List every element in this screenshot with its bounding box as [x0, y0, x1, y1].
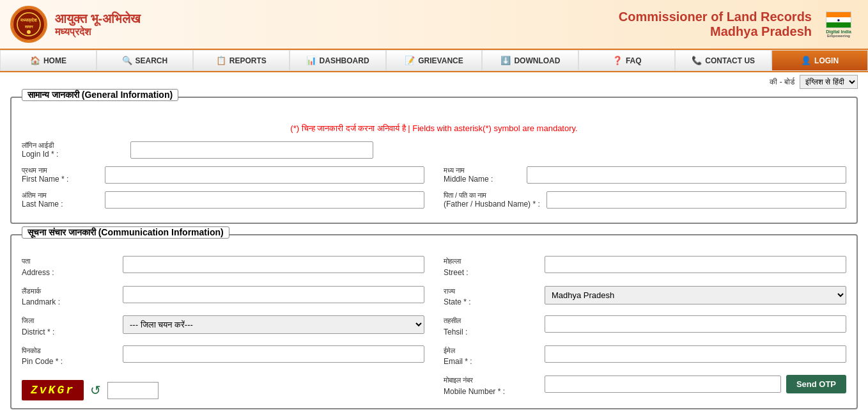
nav-search[interactable]: 🔍 SEARCH — [97, 50, 193, 71]
first-name-label: प्रथम नाम First Name * : — [22, 166, 98, 184]
captcha-row: ZvKGr ↺ — [22, 380, 424, 400]
email-input[interactable] — [545, 345, 846, 363]
login-id-row: लॉगिन आईडी Login Id * : — [22, 141, 846, 159]
otp-row: Send OTP — [545, 375, 846, 393]
commissioner-line2: Madhya Pradesh — [619, 24, 812, 39]
tehsil-input[interactable] — [545, 315, 846, 333]
pincode-field: पिनकोड Pin Code * : — [22, 345, 424, 368]
header: मध्यप्रदेश शासन आयुक्त भू-अभिलेख मध्यप्र… — [0, 0, 868, 50]
download-icon: ⬇️ — [500, 56, 511, 65]
nav-reports[interactable]: 📋 REPORTS — [193, 50, 290, 71]
middle-name-label: मध्य नाम Middle Name : — [444, 166, 520, 184]
state-select[interactable]: Madhya Pradesh — [545, 286, 846, 304]
street-field: मोहल्ला Street : — [444, 256, 846, 278]
login-icon: 👤 — [801, 56, 811, 65]
street-input[interactable] — [545, 256, 846, 273]
header-logo: मध्यप्रदेश शासन — [10, 6, 47, 43]
captcha-refresh-icon[interactable]: ↺ — [90, 383, 101, 398]
tehsil-label: तहसील Tehsil : — [444, 315, 539, 338]
svg-point-4 — [27, 30, 31, 34]
captcha-input[interactable] — [107, 382, 159, 399]
email-input-wrap — [545, 345, 846, 363]
street-label: मोहल्ला Street : — [444, 256, 539, 278]
header-title-sub: मध्यप्रदेश — [55, 26, 141, 38]
general-section-content: (*) चिन्ह जानकारी दर्ज करना अनिवार्य है … — [22, 106, 846, 209]
nav-dashboard[interactable]: 📊 DASHBOARD — [290, 50, 386, 71]
digital-india-logo: Digital India Empowering — [819, 5, 858, 43]
last-name-english: Last Name : — [22, 200, 98, 209]
district-field: जिला District * : --- जिला चयन करें--- — [22, 315, 424, 338]
home-icon: 🏠 — [30, 56, 40, 65]
address-field: पता Address : — [22, 256, 424, 278]
street-input-wrap — [545, 256, 846, 273]
communication-section-content: पता Address : मोहल्ला Street : — [22, 243, 846, 400]
mandatory-note: (*) चिन्ह जानकारी दर्ज करना अनिवार्य है … — [22, 123, 846, 134]
state-field: राज्य State * : Madhya Pradesh — [444, 286, 846, 308]
captcha-image: ZvKGr — [22, 380, 84, 400]
address-input-wrap — [123, 256, 424, 273]
district-select[interactable]: --- जिला चयन करें--- — [123, 315, 424, 334]
first-name-field: प्रथम नाम First Name * : — [22, 166, 424, 184]
first-name-hindi: प्रथम नाम — [22, 166, 98, 175]
nav-home[interactable]: 🏠 HOME — [0, 50, 97, 71]
nav-download[interactable]: ⬇️ DOWNLOAD — [482, 50, 578, 71]
state-input-wrap: Madhya Pradesh — [545, 286, 846, 304]
contact-icon: 📞 — [692, 56, 702, 65]
nav-grievance[interactable]: 📝 GRIEVANCE — [386, 50, 483, 71]
middle-name-input[interactable] — [527, 166, 846, 184]
header-commissioner: Commissioner of Land Records Madhya Prad… — [619, 10, 812, 39]
name-fields-row: प्रथम नाम First Name * : मध्य नाम Middle… — [22, 166, 846, 209]
communication-section-title: सूचना संचार जानकारी (Communication Infor… — [22, 226, 229, 239]
commissioner-line1: Commissioner of Land Records — [619, 10, 812, 24]
tehsil-field: तहसील Tehsil : — [444, 315, 846, 338]
send-otp-button[interactable]: Send OTP — [786, 375, 846, 393]
mobile-input[interactable] — [545, 376, 781, 393]
middle-name-english: Middle Name : — [444, 175, 520, 184]
general-info-section: सामान्य जानकारी (General Information) (*… — [10, 97, 858, 224]
middle-name-field: मध्य नाम Middle Name : — [444, 166, 846, 184]
father-husband-label: पिता / पति का नाम (Father / Husband Name… — [444, 191, 540, 209]
address-input[interactable] — [123, 256, 424, 273]
father-husband-hindi: पिता / पति का नाम — [444, 191, 540, 200]
mobile-field: मोबाइल नंबर Mobile Number * : Send OTP — [444, 375, 846, 400]
last-name-field: अंतिम नाम Last Name : — [22, 191, 424, 209]
nav-login[interactable]: 👤 LOGIN — [771, 50, 868, 71]
last-name-label: अंतिम नाम Last Name : — [22, 191, 98, 209]
email-label: ईमेल Email * : — [444, 345, 539, 368]
header-title: आयुक्त भू-अभिलेख मध्यप्रदेश — [55, 12, 141, 38]
last-name-input[interactable] — [105, 191, 424, 209]
landmark-label: लैंडमार्क Landmark : — [22, 286, 118, 308]
digital-india-label: Digital India — [826, 29, 851, 34]
mobile-input-wrap: Send OTP — [545, 375, 846, 393]
empowering-label: Empowering — [827, 34, 850, 38]
login-id-input[interactable] — [130, 141, 373, 159]
district-input-wrap: --- जिला चयन करें--- — [123, 315, 424, 334]
first-name-english: First Name * : — [22, 175, 98, 184]
tehsil-input-wrap — [545, 315, 846, 333]
search-icon: 🔍 — [122, 56, 132, 65]
faq-icon: ❓ — [612, 56, 623, 65]
login-id-hindi: लॉगिन आईडी — [22, 141, 124, 150]
header-right: Commissioner of Land Records Madhya Prad… — [619, 5, 858, 43]
landmark-input[interactable] — [123, 286, 424, 303]
email-field: ईमेल Email * : — [444, 345, 846, 368]
language-select[interactable]: इंग्लिश से हिंदी — [800, 75, 858, 89]
header-left: मध्यप्रदेश शासन आयुक्त भू-अभिलेख मध्यप्र… — [10, 6, 141, 43]
grievance-icon: 📝 — [405, 56, 415, 65]
last-name-hindi: अंतिम नाम — [22, 191, 98, 200]
india-flag — [826, 12, 851, 28]
main-content: सामान्य जानकारी (General Information) (*… — [0, 91, 868, 419]
svg-text:शासन: शासन — [24, 25, 33, 29]
pincode-input-wrap — [123, 345, 424, 363]
nav-contact[interactable]: 📞 CONTACT US — [675, 50, 771, 71]
navigation: 🏠 HOME 🔍 SEARCH 📋 REPORTS 📊 DASHBOARD 📝 … — [0, 50, 868, 72]
general-section-title: सामान्य जानकारी (General Information) — [22, 89, 178, 101]
landmark-input-wrap — [123, 286, 424, 303]
father-husband-input[interactable] — [546, 191, 846, 209]
pincode-input[interactable] — [123, 345, 424, 363]
nav-faq[interactable]: ❓ FAQ — [578, 50, 675, 71]
father-husband-english: (Father / Husband Name) * : — [444, 200, 540, 209]
first-name-input[interactable] — [105, 166, 424, 184]
header-title-hindi: आयुक्त भू-अभिलेख — [55, 12, 141, 26]
pincode-label: पिनकोड Pin Code * : — [22, 345, 118, 368]
